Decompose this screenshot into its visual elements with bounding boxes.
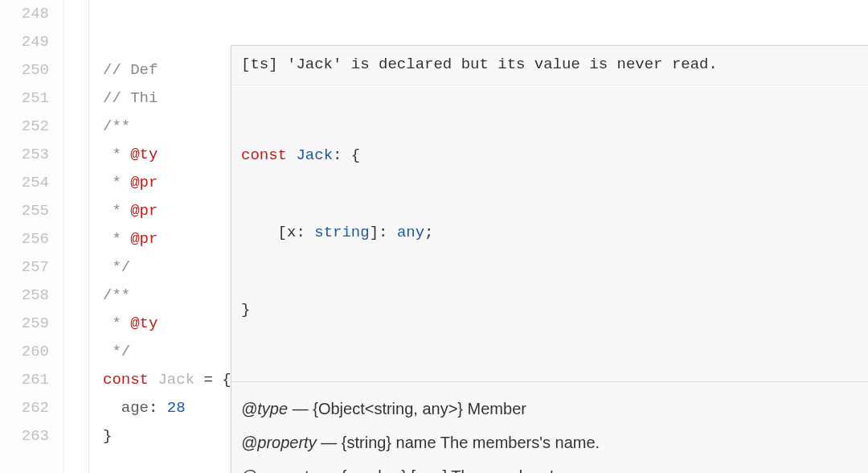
jsdoc-open: /**	[103, 117, 130, 135]
comment-token: // Thi	[103, 89, 158, 107]
doc-line: @property — {string} name The members's …	[241, 430, 868, 455]
hover-signature: const Jack: { [x: string]: any; }	[231, 85, 868, 382]
jsdoc-close: */	[103, 343, 130, 360]
line-number: 253	[0, 141, 49, 169]
jsdoc-tag: @ty	[130, 315, 158, 332]
line-number: 261	[0, 366, 49, 394]
identifier-token: Jack	[158, 371, 194, 389]
sig-type: string	[314, 224, 369, 241]
sig-type: any	[397, 224, 424, 241]
doc-tag: @property	[241, 434, 317, 451]
jsdoc-close: */	[103, 258, 130, 276]
jsdoc-tag: @pr	[130, 230, 158, 248]
doc-tag: @type	[241, 400, 288, 417]
sig-punct: ]	[370, 224, 379, 241]
indent	[103, 399, 121, 417]
jsdoc-tag: @pr	[130, 174, 158, 191]
sig-punct: :	[296, 224, 314, 241]
sig-punct: :	[379, 224, 397, 241]
keyword-token: const	[103, 371, 158, 389]
line-number: 249	[0, 28, 49, 56]
line-number: 255	[0, 197, 49, 225]
jsdoc-tag: @pr	[130, 202, 158, 220]
line-number-gutter: 248 249 250 251 252 253 254 255 256 257 …	[0, 0, 64, 473]
doc-tag: @property	[241, 467, 317, 473]
doc-text: — {string} name The members's name.	[317, 434, 600, 451]
sig-punct: : {	[333, 146, 360, 164]
code-editor[interactable]: 248 249 250 251 252 253 254 255 256 257 …	[0, 0, 868, 473]
code-area[interactable]: // Def // Thi /** * @ty * @pr * @pr * @p…	[64, 0, 868, 473]
line-number: 251	[0, 84, 49, 113]
property-token: age	[121, 399, 149, 417]
line-number: 260	[0, 338, 49, 366]
jsdoc-tag: @ty	[130, 146, 158, 163]
jsdoc-star: *	[103, 146, 130, 163]
indent-guide	[88, 0, 89, 473]
sig-punct: ;	[424, 224, 433, 241]
line-number: 262	[0, 394, 49, 422]
doc-text: — {Object<string, any>} Member	[288, 400, 526, 417]
sig-keyword: const	[241, 146, 296, 164]
line-number: 259	[0, 310, 49, 338]
hover-diagnostic: [ts] 'Jack' is declared but its value is…	[231, 46, 868, 85]
punct-token: :	[149, 399, 167, 417]
sig-indent	[241, 224, 278, 241]
jsdoc-star: *	[103, 174, 130, 191]
doc-text: — {number} [age] The members's age.	[317, 467, 597, 473]
line-number: 263	[0, 422, 49, 450]
sig-key: x	[287, 224, 296, 241]
punct-token: }	[103, 427, 112, 445]
number-token: 28	[167, 399, 186, 417]
line-number: 254	[0, 169, 49, 197]
hover-docs: @type — {Object<string, any>} Member @pr…	[231, 382, 868, 473]
sig-punct: }	[241, 301, 250, 319]
jsdoc-star: *	[103, 315, 130, 332]
sig-punct: [	[278, 224, 287, 241]
jsdoc-star: *	[103, 202, 130, 220]
code-line[interactable]	[103, 0, 868, 28]
line-number: 257	[0, 253, 49, 282]
line-number: 256	[0, 225, 49, 253]
line-number: 258	[0, 282, 49, 310]
jsdoc-star: *	[103, 230, 130, 248]
sig-name: Jack	[296, 146, 333, 164]
doc-line: @property — {number} [age] The members's…	[241, 464, 868, 473]
doc-line: @type — {Object<string, any>} Member	[241, 397, 868, 422]
jsdoc-open: /**	[103, 286, 130, 304]
punct-token: = {	[194, 371, 231, 389]
line-number: 252	[0, 113, 49, 141]
line-number: 248	[0, 0, 49, 28]
comment-token: // Def	[103, 61, 158, 79]
hover-tooltip[interactable]: [ts] 'Jack' is declared but its value is…	[231, 45, 868, 473]
line-number: 250	[0, 56, 49, 84]
